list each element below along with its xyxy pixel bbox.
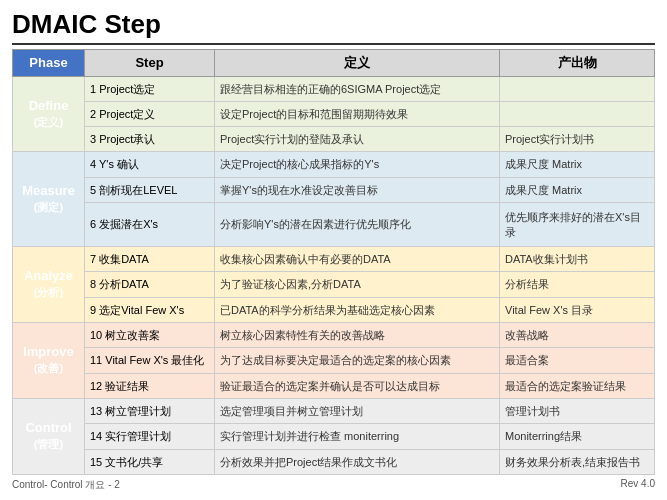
- definition-cell: 分析效果并把Project结果作成文书化: [215, 449, 500, 475]
- dmaic-table: Phase Step 定义 产出物 Define(定义)1 Project选定跟…: [12, 49, 655, 475]
- phase-cell-measure: Measure(测定): [13, 152, 85, 247]
- table-row: 14 实行管理计划实行管理计划并进行检查 moniterringMoniterr…: [13, 424, 655, 449]
- table-row: 5 剖析现在LEVEL掌握Y's的现在水准设定改善目标成果尺度 Matrix: [13, 177, 655, 202]
- phase-name-cn: (管理): [34, 438, 63, 450]
- table-row: 6 发掘潜在X's分析影响Y's的潜在因素进行优先顺序化优先顺序来排好的潜在X'…: [13, 203, 655, 247]
- col-definition: 定义: [215, 49, 500, 76]
- step-cell: 5 剖析现在LEVEL: [85, 177, 215, 202]
- definition-cell: 已DATA的科学分析结果为基础选定核心因素: [215, 297, 500, 322]
- definition-cell: 收集核心因素确认中有必要的DATA: [215, 247, 500, 272]
- phase-cell-define: Define(定义): [13, 76, 85, 152]
- table-row: 12 验证结果验证最适合的选定案并确认是否可以达成目标最适合的选定案验证结果: [13, 373, 655, 398]
- page: DMAIC Step Phase Step 定义 产出物 Define(定义)1…: [0, 0, 667, 500]
- col-step: Step: [85, 49, 215, 76]
- output-cell: 分析结果: [500, 272, 655, 297]
- step-cell: 14 实行管理计划: [85, 424, 215, 449]
- table-row: 9 选定Vital Few X's已DATA的科学分析结果为基础选定核心因素Vi…: [13, 297, 655, 322]
- phase-cell-control: Control(管理): [13, 398, 85, 474]
- definition-cell: Project实行计划的登陆及承认: [215, 127, 500, 152]
- definition-cell: 跟经营目标相连的正确的6SIGMA Project选定: [215, 76, 500, 101]
- definition-cell: 选定管理项目并树立管理计划: [215, 398, 500, 423]
- table-row: 15 文书化/共享分析效果并把Project结果作成文书化财务效果分析表,结束报…: [13, 449, 655, 475]
- output-cell: DATA收集计划书: [500, 247, 655, 272]
- output-cell: 成果尺度 Matrix: [500, 152, 655, 177]
- output-cell: 最适合案: [500, 348, 655, 373]
- table-row: Define(定义)1 Project选定跟经营目标相连的正确的6SIGMA P…: [13, 76, 655, 101]
- output-cell: Vital Few X's 目录: [500, 297, 655, 322]
- definition-cell: 设定Project的目标和范围留期期待效果: [215, 101, 500, 126]
- phase-cell-analyze: Analyze(分析): [13, 247, 85, 323]
- step-cell: 2 Project定义: [85, 101, 215, 126]
- output-cell: 管理计划书: [500, 398, 655, 423]
- table-row: 3 Project承认Project实行计划的登陆及承认Project实行计划书: [13, 127, 655, 152]
- step-cell: 4 Y's 确认: [85, 152, 215, 177]
- output-cell: Moniterring结果: [500, 424, 655, 449]
- step-cell: 1 Project选定: [85, 76, 215, 101]
- phase-name-cn: (改善): [34, 362, 63, 374]
- output-cell: 改善战略: [500, 323, 655, 348]
- col-output: 产出物: [500, 49, 655, 76]
- step-cell: 10 树立改善案: [85, 323, 215, 348]
- table-row: 8 分析DATA为了验证核心因素,分析DATA分析结果: [13, 272, 655, 297]
- output-cell: [500, 101, 655, 126]
- phase-name-cn: (定义): [34, 116, 63, 128]
- phase-name-cn: (分析): [34, 286, 63, 298]
- table-row: 11 Vital Few X's 最佳化为了达成目标要决定最适合的选定案的核心因…: [13, 348, 655, 373]
- footer: Control- Control 개요 - 2 Rev 4.0: [12, 478, 655, 492]
- definition-cell: 分析影响Y's的潜在因素进行优先顺序化: [215, 203, 500, 247]
- table-row: Control(管理)13 树立管理计划选定管理项目并树立管理计划管理计划书: [13, 398, 655, 423]
- output-cell: 最适合的选定案验证结果: [500, 373, 655, 398]
- phase-name-en: Improve: [23, 344, 74, 359]
- definition-cell: 掌握Y's的现在水准设定改善目标: [215, 177, 500, 202]
- output-cell: [500, 76, 655, 101]
- phase-name-en: Define: [29, 98, 69, 113]
- output-cell: 成果尺度 Matrix: [500, 177, 655, 202]
- table-row: Improve(改善)10 树立改善案树立核心因素特性有关的改善战略改善战略: [13, 323, 655, 348]
- step-cell: 6 发掘潜在X's: [85, 203, 215, 247]
- table-row: 2 Project定义设定Project的目标和范围留期期待效果: [13, 101, 655, 126]
- step-cell: 13 树立管理计划: [85, 398, 215, 423]
- definition-cell: 验证最适合的选定案并确认是否可以达成目标: [215, 373, 500, 398]
- phase-cell-improve: Improve(改善): [13, 323, 85, 399]
- title-divider: [12, 43, 655, 45]
- definition-cell: 为了验证核心因素,分析DATA: [215, 272, 500, 297]
- phase-name-en: Control: [25, 420, 71, 435]
- definition-cell: 实行管理计划并进行检查 moniterring: [215, 424, 500, 449]
- step-cell: 3 Project承认: [85, 127, 215, 152]
- step-cell: 15 文书化/共享: [85, 449, 215, 475]
- phase-name-cn: (测定): [34, 201, 63, 213]
- table-row: Analyze(分析)7 收集DATA收集核心因素确认中有必要的DATADATA…: [13, 247, 655, 272]
- output-cell: 财务效果分析表,结束报告书: [500, 449, 655, 475]
- phase-name-en: Analyze: [24, 268, 73, 283]
- step-cell: 7 收集DATA: [85, 247, 215, 272]
- col-phase: Phase: [13, 49, 85, 76]
- output-cell: Project实行计划书: [500, 127, 655, 152]
- footer-right: Rev 4.0: [621, 478, 655, 492]
- output-cell: 优先顺序来排好的潜在X's目录: [500, 203, 655, 247]
- table-row: Measure(测定)4 Y's 确认决定Project的核心成果指标的Y's成…: [13, 152, 655, 177]
- phase-name-en: Measure: [22, 183, 75, 198]
- step-cell: 11 Vital Few X's 最佳化: [85, 348, 215, 373]
- definition-cell: 树立核心因素特性有关的改善战略: [215, 323, 500, 348]
- definition-cell: 为了达成目标要决定最适合的选定案的核心因素: [215, 348, 500, 373]
- footer-left: Control- Control 개요 - 2: [12, 478, 120, 492]
- step-cell: 8 分析DATA: [85, 272, 215, 297]
- definition-cell: 决定Project的核心成果指标的Y's: [215, 152, 500, 177]
- step-cell: 12 验证结果: [85, 373, 215, 398]
- step-cell: 9 选定Vital Few X's: [85, 297, 215, 322]
- page-title: DMAIC Step: [12, 10, 655, 39]
